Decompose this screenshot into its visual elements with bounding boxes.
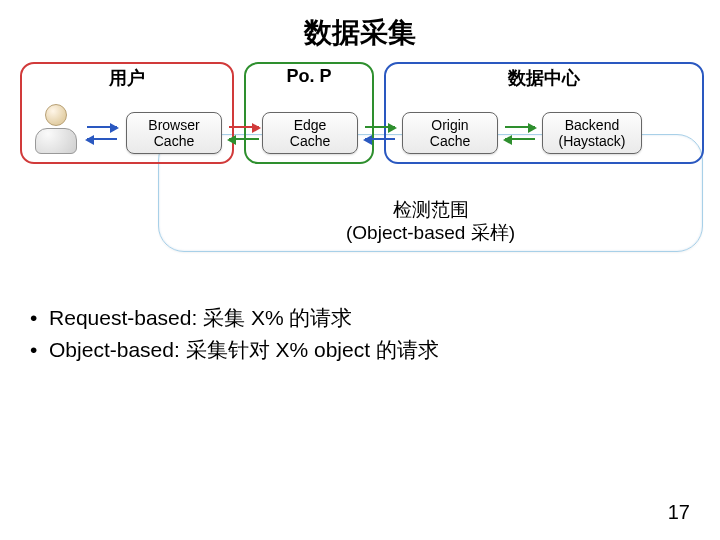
bullet-item: • Object-based: 采集针对 X% object 的请求 [30, 334, 720, 366]
node-edge-cache: EdgeCache [262, 112, 358, 154]
arrows-browser-edge [224, 120, 264, 150]
user-icon [32, 104, 80, 156]
bullet-item: • Request-based: 采集 X% 的请求 [30, 302, 720, 334]
node-origin-cache: OriginCache [402, 112, 498, 154]
scope-line2: (Object-based 采样) [346, 222, 515, 243]
scope-label: 检测范围 (Object-based 采样) [159, 198, 702, 246]
bullet-list: • Request-based: 采集 X% 的请求 • Object-base… [30, 302, 720, 365]
arrows-user-browser [82, 120, 122, 150]
page-number: 17 [668, 501, 690, 524]
node-browser-cache: BrowserCache [126, 112, 222, 154]
slide-title: 数据采集 [0, 0, 720, 52]
scope-line1: 检测范围 [393, 199, 469, 220]
arrows-edge-origin [360, 120, 400, 150]
node-backend: Backend(Haystack) [542, 112, 642, 154]
bullet-text: Object-based: 采集针对 X% object 的请求 [49, 338, 439, 361]
architecture-diagram: 检测范围 (Object-based 采样) 用户 Po. P 数据中心 Bro… [20, 62, 700, 242]
arrows-origin-backend [500, 120, 540, 150]
bullet-text: Request-based: 采集 X% 的请求 [49, 306, 352, 329]
